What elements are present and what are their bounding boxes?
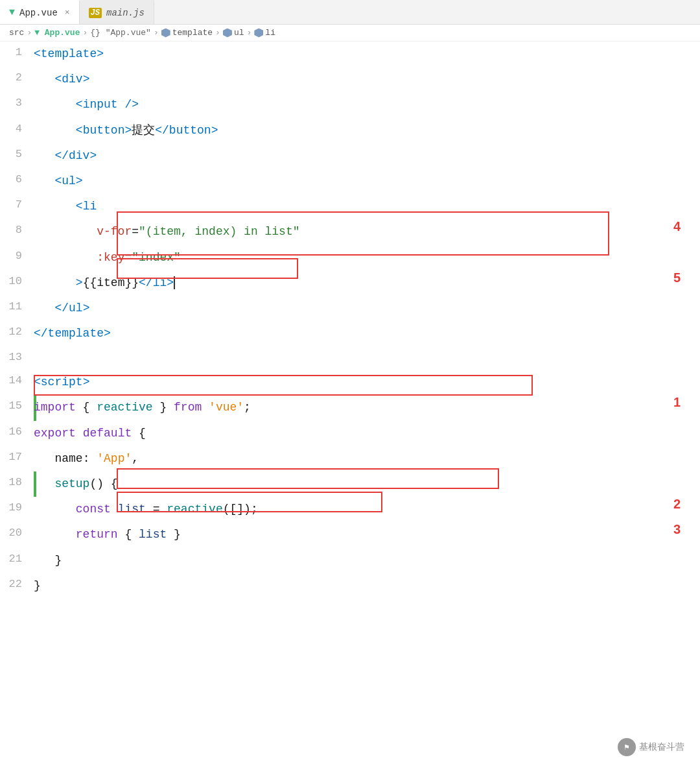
line-content-17: name: 'App', — [34, 446, 700, 472]
line-num-9: 9 — [0, 245, 34, 267]
tab-main-js-label: main.js — [106, 8, 145, 18]
line-num-22: 22 — [0, 573, 34, 595]
code-line-1: 1<template> — [0, 42, 700, 67]
line-content-4: <button>提交</button> — [34, 118, 700, 143]
line-num-14: 14 — [0, 370, 34, 391]
line-content-15: import { reactive } from 'vue'; — [34, 395, 700, 420]
tab-app-vue[interactable]: ▼ App.vue × — [0, 0, 80, 24]
annotation-1: 1 — [673, 395, 681, 410]
code-line-19: 19 const list = reactive([]);2 — [0, 497, 700, 522]
code-line-5: 5 </div> — [0, 143, 700, 169]
line-content-21: } — [34, 548, 700, 573]
line-content-2: <div> — [34, 67, 700, 92]
tab-app-vue-label: App.vue — [19, 8, 58, 18]
line-content-19: const list = reactive([]); — [34, 497, 700, 522]
bc-sep-3: › — [154, 28, 159, 38]
tab-main-js[interactable]: JS main.js — [80, 0, 154, 24]
line-num-11: 11 — [0, 296, 34, 317]
editor-container: ▼ App.vue × JS main.js src › ▼ App.vue ›… — [0, 0, 700, 764]
code-line-11: 11 </ul> — [0, 296, 700, 321]
annotation-3: 3 — [673, 522, 681, 537]
watermark-logo: ⚑ — [618, 738, 636, 756]
line-num-17: 17 — [0, 446, 34, 468]
code-line-9: 9 :key="index" — [0, 245, 700, 270]
line-num-4: 4 — [0, 118, 34, 139]
line-num-8: 8 — [0, 219, 34, 241]
bc-li: li — [254, 28, 275, 38]
code-line-7: 7 <li — [0, 194, 700, 219]
line-content-5: </div> — [34, 143, 700, 169]
code-line-14: 14<script> — [0, 370, 700, 395]
line-content-18: setup() { — [34, 472, 700, 497]
line-num-18: 18 — [0, 472, 34, 493]
code-line-20: 20 return { list }3 — [0, 522, 700, 547]
code-line-6: 6 <ul> — [0, 169, 700, 194]
code-line-18: 18 setup() { — [0, 472, 700, 497]
line-num-10: 10 — [0, 270, 34, 292]
code-line-2: 2 <div> — [0, 67, 700, 92]
line-num-13: 13 — [0, 346, 34, 368]
line-content-20: return { list } — [34, 522, 700, 547]
line-content-22: } — [34, 573, 700, 599]
line-num-15: 15 — [0, 395, 34, 416]
code-line-12: 12</template> — [0, 321, 700, 346]
code-line-16: 16export default { — [0, 421, 700, 446]
bc-sep-2: › — [82, 28, 88, 38]
line-content-9: :key="index" — [34, 245, 700, 270]
line-num-20: 20 — [0, 522, 34, 543]
watermark: ⚑ 基根奋斗营 — [618, 738, 684, 756]
bc-obj: {} "App.vue" — [90, 28, 151, 38]
line-num-5: 5 — [0, 143, 34, 165]
line-content-14: <script> — [34, 370, 700, 395]
line-num-6: 6 — [0, 169, 34, 190]
code-line-17: 17 name: 'App', — [0, 446, 700, 472]
bc-sep-1: › — [27, 28, 32, 38]
code-line-21: 21 } — [0, 548, 700, 573]
close-icon[interactable]: × — [65, 8, 70, 18]
js-icon: JS — [89, 8, 102, 18]
annotation-4: 4 — [673, 219, 681, 234]
line-content-16: export default { — [34, 421, 700, 446]
code-area: 1<template>2 <div>3 <input />4 <button>提… — [0, 42, 700, 599]
line-num-7: 7 — [0, 194, 34, 215]
line-num-2: 2 — [0, 67, 34, 88]
line-num-1: 1 — [0, 42, 34, 63]
line-content-8: v-for="(item, index) in list" — [34, 219, 700, 245]
watermark-text: 基根奋斗营 — [639, 741, 684, 753]
line-content-11: </ul> — [34, 296, 700, 321]
line-num-19: 19 — [0, 497, 34, 518]
bc-src: src — [9, 28, 24, 38]
tab-bar: ▼ App.vue × JS main.js — [0, 0, 700, 25]
code-line-13: 13 — [0, 346, 700, 370]
line-content-1: <template> — [34, 42, 700, 67]
line-content-10: >{{item}}</li> — [34, 270, 700, 296]
code-line-3: 3 <input /> — [0, 92, 700, 117]
line-num-16: 16 — [0, 421, 34, 442]
bc-template: template — [161, 28, 213, 38]
code-line-22: 22} — [0, 573, 700, 599]
line-content-13 — [34, 346, 700, 355]
code-line-15: 15import { reactive } from 'vue';1 — [0, 395, 700, 420]
line-num-21: 21 — [0, 548, 34, 569]
code-line-10: 10 >{{item}}</li>5 — [0, 270, 700, 296]
bc-sep-4: › — [215, 28, 220, 38]
text-cursor — [174, 276, 175, 289]
line-content-12: </template> — [34, 321, 700, 346]
line-num-12: 12 — [0, 321, 34, 342]
breadcrumb: src › ▼ App.vue › {} "App.vue" › templat… — [0, 25, 700, 42]
line-num-3: 3 — [0, 92, 34, 113]
code-line-4: 4 <button>提交</button> — [0, 118, 700, 143]
bc-ul: ul — [223, 28, 244, 38]
bc-sep-5: › — [247, 28, 252, 38]
bc-appvue: ▼ App.vue — [34, 28, 80, 38]
line-content-7: <li — [34, 194, 700, 219]
line-content-3: <input /> — [34, 92, 700, 117]
line-content-6: <ul> — [34, 169, 700, 194]
vue-icon: ▼ — [9, 7, 15, 18]
annotation-5: 5 — [673, 270, 681, 285]
code-line-8: 8 v-for="(item, index) in list"4 — [0, 219, 700, 245]
annotation-2: 2 — [673, 497, 681, 512]
